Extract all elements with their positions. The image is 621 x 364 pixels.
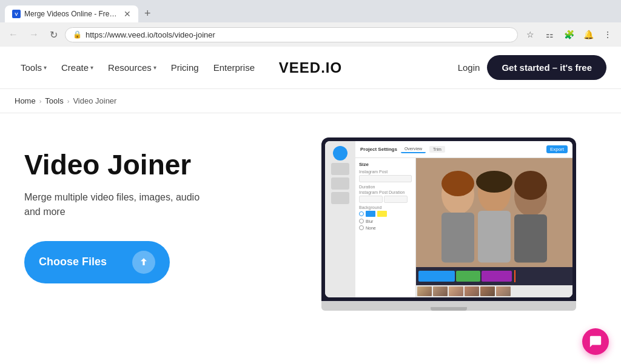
app-tab-trim[interactable]: Trim xyxy=(429,146,445,153)
app-thumbnail-strip xyxy=(416,285,572,297)
tools-chevron-icon: ▾ xyxy=(44,64,47,71)
app-duration-input-1[interactable] xyxy=(359,196,383,203)
video-thumbnail xyxy=(416,158,572,267)
toolbar-icons: ☆ ⚏ 🧩 🔔 ⋮ xyxy=(522,26,616,43)
app-blur-label: Blur xyxy=(366,219,373,223)
app-content: Size Instagram Post Duration Instagram P… xyxy=(355,158,572,297)
browser-chrome: V Merge Videos Online - Free Vide... ✕ + xyxy=(0,0,621,22)
breadcrumb-current: Video Joiner xyxy=(73,96,116,105)
app-sidebar xyxy=(325,141,355,297)
site-logo[interactable]: VEED.IO xyxy=(279,59,342,76)
app-instagram-label: Instagram Post xyxy=(359,170,412,174)
laptop-screen: Project Settings Overview Trim Export Si… xyxy=(321,137,576,301)
app-topbar: Project Settings Overview Trim Export xyxy=(355,141,572,158)
app-size-title: Size xyxy=(359,162,412,167)
laptop-screen-inner: Project Settings Overview Trim Export Si… xyxy=(325,141,572,297)
browser-tabs: V Merge Videos Online - Free Vide... ✕ + xyxy=(5,5,616,22)
hero-subtitle: Merge multiple video files, images, audi… xyxy=(24,190,218,219)
page-title: Video Joiner xyxy=(24,150,279,180)
puzzle-icon[interactable]: 🧩 xyxy=(560,26,577,43)
chat-bubble-button[interactable] xyxy=(582,328,609,355)
app-color-swatch-yellow xyxy=(377,211,387,217)
nav-pricing[interactable]: Pricing xyxy=(165,58,205,78)
svg-rect-6 xyxy=(514,214,547,263)
app-instagram-input[interactable] xyxy=(359,175,412,182)
app-video-preview xyxy=(416,158,572,297)
login-button[interactable]: Login xyxy=(458,62,480,73)
strip-thumb-4 xyxy=(465,286,479,296)
page-content: Tools ▾ Create ▾ Resources ▾ Pricing Ent… xyxy=(0,47,621,364)
bookmark-icon[interactable]: ☆ xyxy=(522,26,539,43)
svg-point-7 xyxy=(441,171,474,196)
nav-create[interactable]: Create ▾ xyxy=(55,58,99,78)
app-duration-input-2[interactable] xyxy=(384,196,408,203)
breadcrumb: Home › Tools › Video Joiner xyxy=(0,89,621,113)
choose-files-button[interactable]: Choose Files xyxy=(24,241,170,283)
app-color-swatch-blue xyxy=(366,211,375,217)
nav-enterprise[interactable]: Enterprise xyxy=(207,58,261,78)
app-settings-panel: Size Instagram Post Duration Instagram P… xyxy=(355,158,416,297)
timeline-playhead xyxy=(514,270,515,282)
back-button[interactable]: ← xyxy=(5,27,22,42)
laptop-base xyxy=(321,301,576,311)
breadcrumb-home[interactable]: Home xyxy=(15,96,36,105)
nav-resources[interactable]: Resources ▾ xyxy=(102,58,163,78)
breadcrumb-sep-1: › xyxy=(39,98,42,105)
app-color-radio[interactable] xyxy=(359,211,364,216)
reload-button[interactable]: ↻ xyxy=(46,27,61,43)
lock-icon: 🔒 xyxy=(73,30,82,39)
strip-thumb-6 xyxy=(496,286,511,296)
app-duration-label: Duration xyxy=(359,185,412,189)
hero-left: Video Joiner Merge multiple video files,… xyxy=(24,137,279,283)
tab-title: Merge Videos Online - Free Vide... xyxy=(24,10,120,18)
laptop-mockup: Project Settings Overview Trim Export Si… xyxy=(321,137,576,311)
url-input[interactable] xyxy=(86,30,510,39)
resources-chevron-icon: ▾ xyxy=(153,64,156,71)
timeline-clip-3 xyxy=(482,271,512,282)
browser-toolbar: ← → ↻ 🔒 ☆ ⚏ 🧩 🔔 ⋮ xyxy=(0,22,621,47)
new-tab-button[interactable]: + xyxy=(139,5,156,22)
nav-tools[interactable]: Tools ▾ xyxy=(15,58,53,78)
address-bar[interactable]: 🔒 xyxy=(65,27,518,42)
app-blur-radio[interactable] xyxy=(359,219,364,223)
timeline-clip-2 xyxy=(456,271,480,282)
app-tab-overview[interactable]: Overview xyxy=(401,145,426,153)
app-settings-label: Project Settings xyxy=(360,147,397,152)
people-illustration xyxy=(416,158,572,267)
app-timeline xyxy=(416,267,572,285)
breadcrumb-sep-2: › xyxy=(67,98,70,105)
breadcrumb-tools[interactable]: Tools xyxy=(45,96,63,105)
tab-favicon: V xyxy=(12,10,21,18)
extensions-grid-icon[interactable]: ⚏ xyxy=(541,26,558,43)
app-none-radio[interactable] xyxy=(359,225,364,230)
menu-icon[interactable]: ⋮ xyxy=(599,26,616,43)
app-background-field: Background Blur xyxy=(359,205,412,230)
app-sidebar-item-1 xyxy=(331,163,349,175)
strip-thumb-5 xyxy=(480,286,495,296)
notifications-icon[interactable]: 🔔 xyxy=(580,26,597,43)
forward-button[interactable]: → xyxy=(25,27,42,42)
timeline-clip-1 xyxy=(418,271,455,282)
app-none-label: None xyxy=(366,226,376,230)
active-tab[interactable]: V Merge Videos Online - Free Vide... ✕ xyxy=(5,5,138,22)
main-navigation: Tools ▾ Create ▾ Resources ▾ Pricing Ent… xyxy=(0,47,621,89)
chat-icon xyxy=(589,335,602,348)
hero-right: Project Settings Overview Trim Export Si… xyxy=(279,137,606,311)
upload-icon xyxy=(132,251,155,274)
nav-right: Login Get started – it's free xyxy=(458,55,606,80)
create-chevron-icon: ▾ xyxy=(90,64,93,71)
tab-close-button[interactable]: ✕ xyxy=(124,9,131,19)
app-bg-label: Background xyxy=(359,205,412,210)
strip-thumb-3 xyxy=(449,286,463,296)
get-started-button[interactable]: Get started – it's free xyxy=(487,55,606,80)
app-sidebar-item-3 xyxy=(331,192,349,204)
app-duration-field: Duration Instagram Post Duration xyxy=(359,185,412,203)
hero-section: Video Joiner Merge multiple video files,… xyxy=(0,113,621,364)
app-sidebar-item-2 xyxy=(331,177,349,190)
svg-point-9 xyxy=(514,171,547,200)
upload-arrow-icon xyxy=(138,256,150,268)
strip-thumb-2 xyxy=(433,286,448,296)
app-main: Project Settings Overview Trim Export Si… xyxy=(355,141,572,297)
app-export-button[interactable]: Export xyxy=(546,145,568,153)
app-duration-sublabel: Instagram Post Duration xyxy=(359,190,412,194)
